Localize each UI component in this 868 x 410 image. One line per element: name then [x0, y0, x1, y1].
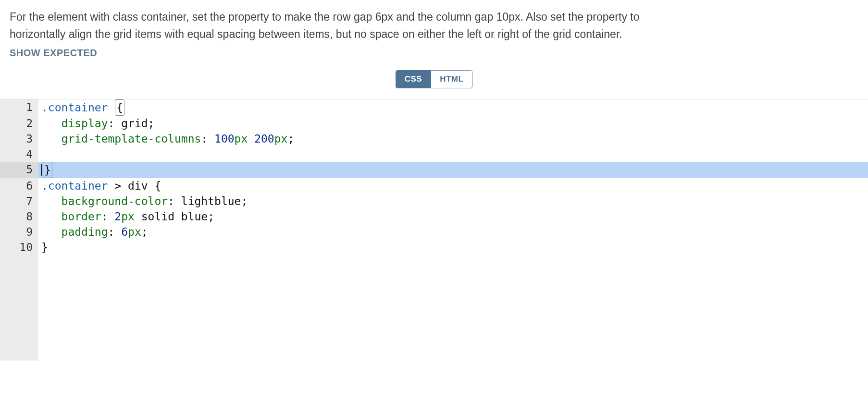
- code-line-content[interactable]: .container {: [38, 99, 868, 116]
- code-token: px: [274, 133, 288, 145]
- code-token: [41, 195, 62, 207]
- line-number: 7: [0, 193, 38, 209]
- code-token: .container: [41, 101, 114, 114]
- tab-bar: CSS HTML: [10, 70, 858, 88]
- code-token: lightblue: [181, 195, 241, 207]
- code-token: solid blue: [141, 210, 208, 223]
- line-number: 2: [0, 116, 38, 131]
- instruction-line-1: For the element with class container, se…: [10, 11, 639, 23]
- code-token: 200: [254, 133, 274, 145]
- code-token: background-color: [62, 195, 168, 207]
- code-token: 6: [121, 226, 128, 238]
- instruction-text: For the element with class container, se…: [10, 9, 858, 43]
- line-number: 6: [0, 178, 38, 193]
- code-line[interactable]: 2 display: grid;: [0, 116, 868, 131]
- code-token: :: [168, 195, 181, 207]
- line-number: 1: [0, 99, 38, 116]
- code-token: }: [41, 241, 48, 253]
- code-token: display: [62, 117, 108, 130]
- tab-html[interactable]: HTML: [431, 71, 472, 88]
- code-line[interactable]: 4: [0, 146, 868, 162]
- line-number: 9: [0, 224, 38, 240]
- tab-css[interactable]: CSS: [396, 71, 431, 88]
- code-line-content[interactable]: }: [38, 240, 868, 255]
- code-token: ;: [148, 117, 155, 130]
- code-line[interactable]: 3 grid-template-columns: 100px 200px;: [0, 131, 868, 146]
- code-line-content[interactable]: background-color: lightblue;: [38, 193, 868, 209]
- code-line[interactable]: 6.container > div {: [0, 178, 868, 193]
- line-number: 8: [0, 209, 38, 224]
- line-number: 10: [0, 240, 38, 255]
- code-token: grid: [121, 117, 148, 130]
- line-number: 3: [0, 131, 38, 146]
- code-token: px: [121, 210, 141, 223]
- code-line[interactable]: 7 background-color: lightblue;: [0, 193, 868, 209]
- code-line-content[interactable]: display: grid;: [38, 116, 868, 131]
- code-line[interactable]: 8 border: 2px solid blue;: [0, 209, 868, 224]
- code-token: [41, 133, 62, 145]
- code-token: :: [108, 117, 121, 130]
- code-token: ;: [208, 210, 214, 223]
- code-token: ;: [141, 226, 148, 238]
- code-line-content[interactable]: .container > div {: [38, 178, 868, 193]
- code-token: px: [128, 226, 141, 238]
- code-token: div: [128, 180, 154, 192]
- code-token: 100: [214, 133, 235, 145]
- editor-filler: [0, 255, 868, 361]
- code-token: ;: [287, 133, 294, 145]
- code-line-content[interactable]: [38, 146, 868, 162]
- code-line-content[interactable]: padding: 6px;: [38, 224, 868, 240]
- code-line-content[interactable]: grid-template-columns: 100px 200px;: [38, 131, 868, 146]
- code-token: 2: [114, 210, 121, 223]
- code-token: {: [154, 180, 161, 192]
- code-line[interactable]: 1.container {: [0, 99, 868, 116]
- code-token: [41, 210, 62, 223]
- editor-filler-code[interactable]: [38, 255, 868, 361]
- code-token: border: [62, 210, 101, 223]
- code-token: grid-template-columns: [62, 133, 201, 145]
- line-number: 5: [0, 162, 38, 178]
- code-token: [41, 226, 62, 238]
- code-line[interactable]: 10}: [0, 240, 868, 255]
- code-line[interactable]: 5}: [0, 162, 868, 178]
- code-token: }: [43, 162, 52, 178]
- code-line-content[interactable]: border: 2px solid blue;: [38, 209, 868, 224]
- gutter-filler: [0, 255, 38, 361]
- code-line-content[interactable]: }: [38, 162, 868, 178]
- code-editor[interactable]: 1.container {2 display: grid;3 grid-temp…: [0, 99, 868, 361]
- code-line[interactable]: 9 padding: 6px;: [0, 224, 868, 240]
- code-token: .container: [41, 180, 114, 192]
- code-token: [41, 117, 62, 130]
- code-token: >: [114, 180, 128, 192]
- code-token: :: [201, 133, 214, 145]
- show-expected-button[interactable]: SHOW EXPECTED: [10, 48, 97, 59]
- code-token: {: [115, 99, 124, 116]
- code-token: px: [235, 133, 255, 145]
- instruction-line-2: horizontally align the grid items with e…: [10, 28, 622, 40]
- code-token: :: [108, 226, 121, 238]
- code-token: :: [101, 210, 115, 223]
- line-number: 4: [0, 146, 38, 162]
- code-token: padding: [62, 226, 108, 238]
- text-cursor: [41, 164, 42, 176]
- code-token: ;: [241, 195, 248, 207]
